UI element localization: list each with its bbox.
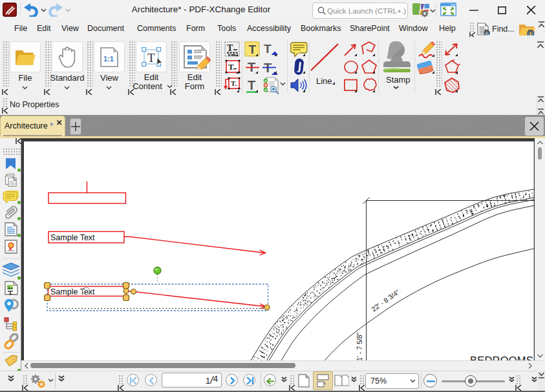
svg-text:T: T xyxy=(248,78,255,92)
svg-text:T: T xyxy=(227,43,233,53)
svg-text:T: T xyxy=(264,42,272,56)
svg-text:T.: T. xyxy=(231,79,237,87)
svg-text:1:1: 1:1 xyxy=(103,55,114,63)
svg-text:BEDROOMS: BEDROOMS xyxy=(470,355,533,361)
svg-text:T: T xyxy=(228,62,234,72)
svg-text:1' - 7 5/8": 1' - 7 5/8" xyxy=(356,332,363,360)
svg-text:T: T xyxy=(147,51,155,65)
svg-text:Sample Text: Sample Text xyxy=(50,233,95,242)
